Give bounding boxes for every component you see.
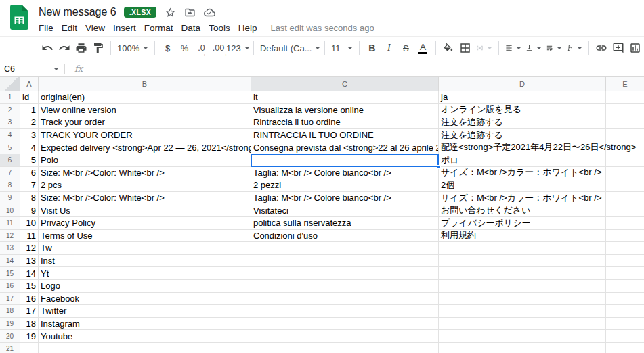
cell-A1[interactable]: id	[20, 91, 39, 104]
cell-C13[interactable]	[251, 242, 439, 255]
cell-C1[interactable]: it	[251, 91, 439, 104]
paint-format-button[interactable]	[89, 39, 106, 57]
format-percent-button[interactable]: %	[176, 39, 193, 57]
cell-A14[interactable]: 13	[20, 255, 39, 268]
row-header-2[interactable]: 2	[0, 104, 20, 117]
cell-C6[interactable]	[251, 154, 439, 167]
cell-D17[interactable]	[439, 293, 606, 306]
cell-D9[interactable]: サイズ：M<br />カラー：ホワイト<br />	[439, 192, 606, 205]
cell-B12[interactable]: Terms of Use	[39, 230, 251, 243]
cell-B19[interactable]: Instagram	[39, 318, 251, 331]
font-size-select[interactable]: 11	[329, 39, 355, 57]
move-to-folder-icon[interactable]	[184, 6, 196, 18]
menu-format[interactable]: Format	[140, 21, 177, 35]
row-header-12[interactable]: 12	[0, 230, 20, 243]
cell-C19[interactable]	[251, 318, 439, 331]
column-header-D[interactable]: D	[439, 77, 606, 91]
cell-B6[interactable]: Polo	[39, 154, 251, 167]
cell-B14[interactable]: Inst	[39, 255, 251, 268]
cell-B18[interactable]: Twitter	[39, 305, 251, 318]
sheets-logo-icon[interactable]	[10, 5, 28, 30]
cell-E1[interactable]	[606, 91, 644, 104]
font-family-select[interactable]: Default (Ca...	[258, 39, 320, 57]
row-header-9[interactable]: 9	[0, 192, 20, 205]
text-wrap-button[interactable]	[544, 39, 564, 57]
cell-C5[interactable]: Consegna prevista dal <strong>22 al 26 a…	[251, 141, 439, 154]
cell-A3[interactable]: 2	[20, 116, 39, 129]
star-icon[interactable]	[164, 6, 176, 18]
cell-A16[interactable]: 15	[20, 280, 39, 293]
cell-B1[interactable]: original(en)	[39, 91, 251, 104]
insert-link-button[interactable]	[593, 39, 610, 57]
cell-C15[interactable]	[251, 267, 439, 280]
cell-E4[interactable]	[606, 129, 644, 142]
cell-C14[interactable]	[251, 255, 439, 268]
row-header-11[interactable]: 11	[0, 217, 20, 230]
text-rotation-button[interactable]	[564, 39, 584, 57]
row-header-17[interactable]: 17	[0, 293, 20, 306]
cell-C12[interactable]: Condizioni d'uso	[251, 230, 439, 243]
cell-B8[interactable]: 2 pcs	[39, 179, 251, 192]
cell-C17[interactable]	[251, 293, 439, 306]
row-header-19[interactable]: 19	[0, 318, 20, 331]
cell-B9[interactable]: Size: M<br />Color: White<br />	[39, 192, 251, 205]
row-header-16[interactable]: 16	[0, 280, 20, 293]
print-button[interactable]	[72, 39, 89, 57]
menu-view[interactable]: View	[81, 21, 109, 35]
menu-tools[interactable]: Tools	[205, 21, 234, 35]
cell-B15[interactable]: Yt	[39, 267, 251, 280]
cell-B2[interactable]: View online version	[39, 104, 251, 117]
row-header-4[interactable]: 4	[0, 129, 20, 142]
cell-E14[interactable]	[606, 255, 644, 268]
cell-C11[interactable]: politica sulla riservatezza	[251, 217, 439, 230]
cell-A9[interactable]: 8	[20, 192, 39, 205]
cell-D19[interactable]	[439, 318, 606, 331]
cell-A5[interactable]: 4	[20, 141, 39, 154]
cell-E18[interactable]	[606, 305, 644, 318]
cell-B10[interactable]: Visit Us	[39, 204, 251, 217]
row-header-18[interactable]: 18	[0, 305, 20, 318]
insert-comment-button[interactable]	[610, 39, 627, 57]
cell-A8[interactable]: 7	[20, 179, 39, 192]
column-header-A[interactable]: A	[20, 77, 39, 91]
cell-E11[interactable]	[606, 217, 644, 230]
formula-input[interactable]	[91, 61, 644, 76]
cell-A18[interactable]: 17	[20, 305, 39, 318]
cell-D10[interactable]: お問い合わせください	[439, 204, 606, 217]
row-header-20[interactable]: 20	[0, 330, 20, 343]
cell-D8[interactable]: 2個	[439, 179, 606, 192]
increase-decimal-button[interactable]: .00→	[210, 39, 227, 57]
merge-cells-button[interactable]	[474, 39, 494, 57]
cell-B21[interactable]	[39, 343, 251, 353]
cell-C7[interactable]: Taglia: M<br /> Colore bianco<br />	[251, 167, 439, 180]
cell-B20[interactable]: Youtube	[39, 330, 251, 343]
zoom-select[interactable]: 100%	[115, 39, 150, 57]
cell-C20[interactable]	[251, 330, 439, 343]
undo-button[interactable]	[39, 39, 56, 57]
fill-color-button[interactable]	[440, 39, 457, 57]
cell-A2[interactable]: 1	[20, 104, 39, 117]
format-currency-button[interactable]: $	[159, 39, 176, 57]
select-all-corner[interactable]	[0, 77, 20, 91]
row-header-13[interactable]: 13	[0, 242, 20, 255]
cell-D2[interactable]: オンライン版を見る	[439, 104, 606, 117]
cell-A6[interactable]: 5	[20, 154, 39, 167]
cell-E19[interactable]	[606, 318, 644, 331]
cell-E21[interactable]	[606, 343, 644, 353]
insert-chart-button[interactable]	[627, 39, 644, 57]
row-header-8[interactable]: 8	[0, 179, 20, 192]
redo-button[interactable]	[56, 39, 72, 57]
column-header-E[interactable]: E	[606, 77, 644, 91]
row-header-15[interactable]: 15	[0, 267, 20, 280]
cell-D5[interactable]: 配達<strong>予定2021年4月22日〜26日</strong>	[439, 141, 606, 154]
cell-E17[interactable]	[606, 293, 644, 306]
cell-E9[interactable]	[606, 192, 644, 205]
cell-B7[interactable]: Size: M<br />Color: White<br />	[39, 167, 251, 180]
cell-D11[interactable]: プライバシーポリシー	[439, 217, 606, 230]
column-header-B[interactable]: B	[39, 77, 251, 91]
cell-E13[interactable]	[606, 242, 644, 255]
cell-A12[interactable]: 11	[20, 230, 39, 243]
cell-C3[interactable]: Rintraccia il tuo ordine	[251, 116, 439, 129]
cell-E8[interactable]	[606, 179, 644, 192]
cell-B16[interactable]: Logo	[39, 280, 251, 293]
